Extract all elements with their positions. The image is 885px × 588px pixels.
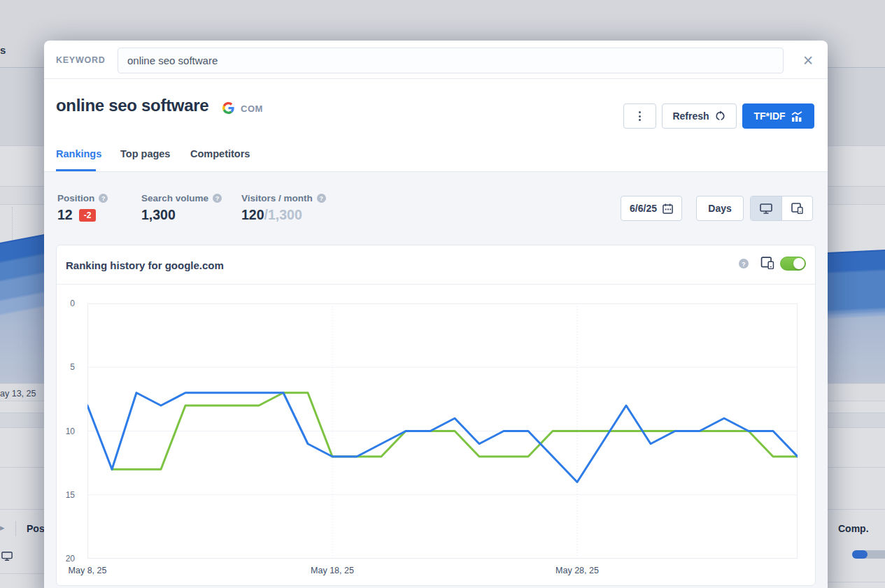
y-axis-tick: 15	[57, 490, 75, 500]
divider	[44, 78, 828, 79]
help-icon[interactable]: ?	[739, 259, 749, 268]
y-axis-tick: 20	[57, 554, 75, 564]
x-axis-tick: May 8, 25	[49, 566, 126, 575]
x-axis-tick: May 18, 25	[294, 566, 371, 575]
search-engine-domain: COM	[241, 103, 263, 114]
ranking-line-chart	[87, 303, 798, 559]
card-title: Ranking history for google.com	[66, 259, 224, 271]
y-axis-tick: 0	[57, 299, 75, 308]
y-axis-tick: 5	[57, 362, 75, 372]
desktop-icon	[760, 203, 772, 214]
position-change-badge: -2	[79, 209, 97, 222]
mobile-devices-icon	[791, 203, 803, 214]
stat-search-volume: Search volume? 1,300	[141, 193, 222, 223]
y-axis-tick: 10	[57, 426, 75, 436]
stat-visitors: Visitors / month? 120/1,300	[241, 193, 326, 223]
tab-competitors[interactable]: Competitors	[190, 148, 250, 159]
device-toggle-group	[750, 196, 813, 221]
app-background: s ay 13, 25 ▸ Pos Comp. KEYWORD × online…	[0, 0, 885, 588]
stat-position: Position? 12-2	[57, 193, 108, 223]
page-title: online seo software	[56, 96, 208, 115]
help-icon[interactable]: ?	[99, 194, 108, 203]
granularity-button[interactable]: Days	[696, 196, 744, 221]
keyword-detail-modal: KEYWORD × online seo software COM Refres…	[44, 41, 828, 588]
divider	[57, 284, 815, 285]
help-icon[interactable]: ?	[213, 194, 222, 203]
toggle-knob	[793, 258, 805, 269]
help-icon[interactable]: ?	[317, 194, 326, 203]
calendar-icon	[663, 203, 673, 214]
keyword-input[interactable]	[118, 48, 784, 73]
keyword-field-label: KEYWORD	[56, 55, 106, 65]
x-axis-tick: May 28, 25	[539, 566, 616, 575]
stats-panel: Position? 12-2 Search volume? 1,300 Visi…	[44, 172, 828, 588]
bar-chart-icon	[791, 111, 803, 122]
tfidf-button[interactable]: TF*IDF	[742, 103, 814, 129]
mobile-toggle-button[interactable]	[781, 196, 813, 220]
tab-top-pages[interactable]: Top pages	[120, 148, 170, 159]
desktop-toggle-button[interactable]	[751, 196, 781, 220]
ranking-history-card: Ranking history for google.com ? 0510152…	[56, 245, 816, 586]
date-picker-button[interactable]: 6/6/25	[621, 196, 682, 221]
refresh-button[interactable]: Refresh	[662, 103, 737, 129]
more-options-button[interactable]	[623, 103, 656, 129]
google-icon	[222, 102, 234, 114]
tab-rankings[interactable]: Rankings	[56, 148, 101, 159]
close-icon[interactable]: ×	[798, 50, 818, 70]
devices-icon[interactable]	[760, 257, 774, 269]
refresh-icon	[715, 110, 726, 122]
toggle-switch-on[interactable]	[780, 257, 806, 271]
